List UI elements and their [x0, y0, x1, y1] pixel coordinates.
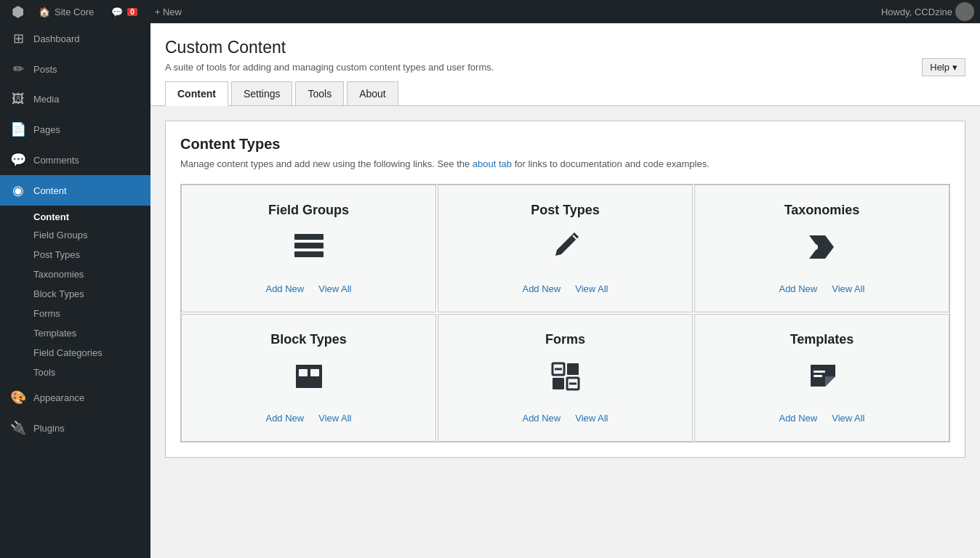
sidebar-item-tools[interactable]: Tools	[0, 363, 150, 382]
svg-rect-0	[294, 234, 324, 240]
card-field-groups: Field Groups Add New View All	[181, 185, 436, 312]
dashboard-icon: ⊞	[10, 31, 26, 46]
sidebar-item-taxonomies[interactable]: Taxonomies	[0, 264, 150, 284]
block-types-icon	[292, 359, 326, 398]
tab-content[interactable]: Content	[165, 81, 228, 106]
sidebar-item-label: Appearance	[33, 392, 84, 403]
templates-icon	[805, 359, 840, 398]
svg-rect-13	[814, 371, 825, 373]
sidebar-item-label: Pages	[33, 124, 60, 135]
templates-add-new[interactable]: Add New	[779, 413, 817, 424]
card-taxonomies-links: Add New View All	[779, 283, 864, 294]
sidebar-item-label: Content	[33, 185, 67, 196]
card-post-types-title: Post Types	[531, 203, 600, 218]
block-types-view-all[interactable]: View All	[318, 413, 351, 424]
card-post-types: Post Types Add New View All	[438, 185, 693, 312]
sidebar-item-forms[interactable]: Forms	[0, 304, 150, 323]
templates-view-all[interactable]: View All	[832, 413, 864, 424]
howdy-text: Howdy, CCDzine	[881, 7, 952, 17]
tab-about[interactable]: About	[347, 81, 398, 105]
tabs-bar: Content Settings Tools About	[165, 81, 965, 105]
posts-icon: ✏	[10, 61, 26, 77]
sidebar-item-posts[interactable]: ✏ Posts	[0, 54, 150, 84]
section-title: Content Types	[180, 136, 950, 153]
taxonomies-icon	[805, 230, 840, 269]
field-groups-add-new[interactable]: Add New	[265, 283, 304, 294]
field-groups-view-all[interactable]: View All	[318, 283, 351, 294]
comments-icon: 💬	[111, 7, 123, 17]
avatar[interactable]	[955, 2, 974, 21]
sidebar-item-field-categories[interactable]: Field Categories	[0, 343, 150, 363]
card-templates-links: Add New View All	[779, 413, 864, 424]
card-block-types: Block Types Add New View All	[181, 314, 436, 442]
new-label: + New	[155, 7, 182, 17]
field-groups-icon	[292, 230, 326, 269]
card-taxonomies: Taxonomies Add New View All	[694, 185, 949, 312]
post-types-add-new[interactable]: Add New	[522, 283, 561, 294]
adminbar-new[interactable]: + New	[146, 0, 190, 23]
forms-view-all[interactable]: View All	[575, 413, 608, 424]
pages-icon: 📄	[10, 121, 26, 137]
comments-count: 0	[127, 8, 137, 16]
svg-point-3	[812, 244, 818, 250]
section-desc-end: for links to documentation and code exam…	[515, 158, 710, 169]
content-icon: ◉	[10, 182, 26, 198]
home-icon: 🏠	[39, 7, 50, 17]
taxonomies-add-new[interactable]: Add New	[779, 283, 817, 294]
sidebar-item-block-types[interactable]: Block Types	[0, 284, 150, 304]
taxonomies-view-all[interactable]: View All	[832, 283, 864, 294]
card-taxonomies-title: Taxonomies	[784, 203, 860, 218]
sidebar-item-content[interactable]: ◉ Content	[0, 175, 150, 206]
sidebar-item-media[interactable]: 🖼 Media	[0, 84, 150, 114]
adminbar-comments[interactable]: 💬 0	[103, 0, 146, 23]
card-block-types-title: Block Types	[270, 332, 347, 347]
help-label: Help	[930, 62, 949, 73]
sidebar-item-label: Posts	[33, 64, 57, 75]
admin-bar: ⬢ 🏠 Site Core 💬 0 + New Howdy, CCDzine	[0, 0, 980, 23]
comments-icon: 💬	[10, 152, 26, 168]
sidebar-item-label: Plugins	[33, 423, 65, 434]
sidebar: ⊞ Dashboard ✏ Posts 🖼 Media 📄 Pages 💬 Co…	[0, 23, 150, 558]
section-desc-start: Manage content types and add new using t…	[180, 158, 470, 169]
card-post-types-links: Add New View All	[522, 283, 608, 294]
tab-settings[interactable]: Settings	[231, 81, 293, 105]
card-forms: Forms Add New View All	[438, 314, 693, 442]
sidebar-item-label: Comments	[33, 155, 79, 166]
help-button[interactable]: Help ▾	[922, 58, 965, 76]
card-field-groups-title: Field Groups	[268, 203, 349, 218]
sidebar-item-label: Dashboard	[33, 33, 80, 44]
media-icon: 🖼	[10, 92, 26, 107]
block-types-add-new[interactable]: Add New	[265, 413, 304, 424]
content-types-grid: Field Groups Add New View All	[180, 184, 950, 442]
post-types-view-all[interactable]: View All	[575, 283, 608, 294]
content-area: Content Types Manage content types and a…	[165, 121, 965, 458]
sidebar-item-post-types[interactable]: Post Types	[0, 245, 150, 264]
adminbar-site[interactable]: 🏠 Site Core	[30, 0, 103, 23]
svg-rect-1	[294, 243, 324, 248]
forms-add-new[interactable]: Add New	[522, 413, 561, 424]
sidebar-item-dashboard[interactable]: ⊞ Dashboard	[0, 23, 150, 54]
card-forms-title: Forms	[545, 332, 585, 347]
sidebar-item-plugins[interactable]: 🔌 Plugins	[0, 413, 150, 443]
tab-tools[interactable]: Tools	[295, 81, 344, 105]
section-description: Manage content types and add new using t…	[180, 158, 950, 169]
sidebar-item-pages[interactable]: 📄 Pages	[0, 114, 150, 145]
page-header: Custom Content A suite of tools for addi…	[150, 23, 980, 106]
svg-rect-5	[299, 369, 308, 376]
svg-rect-10	[553, 378, 564, 389]
svg-rect-6	[310, 369, 319, 376]
submenu-header: Content	[0, 206, 150, 225]
sidebar-item-appearance[interactable]: 🎨 Appearance	[0, 382, 150, 413]
card-templates-title: Templates	[790, 332, 854, 347]
sidebar-item-templates[interactable]: Templates	[0, 323, 150, 343]
card-forms-links: Add New View All	[522, 413, 608, 424]
svg-rect-14	[814, 375, 822, 377]
sidebar-item-field-groups[interactable]: Field Groups	[0, 225, 150, 245]
card-templates: Templates Add New View All	[694, 314, 949, 442]
appearance-icon: 🎨	[10, 389, 26, 405]
site-name: Site Core	[55, 7, 94, 17]
about-tab-link[interactable]: about tab	[473, 158, 512, 169]
sidebar-item-comments[interactable]: 💬 Comments	[0, 145, 150, 175]
sidebar-item-label: Media	[33, 94, 59, 105]
wp-logo-icon[interactable]: ⬢	[6, 3, 30, 20]
